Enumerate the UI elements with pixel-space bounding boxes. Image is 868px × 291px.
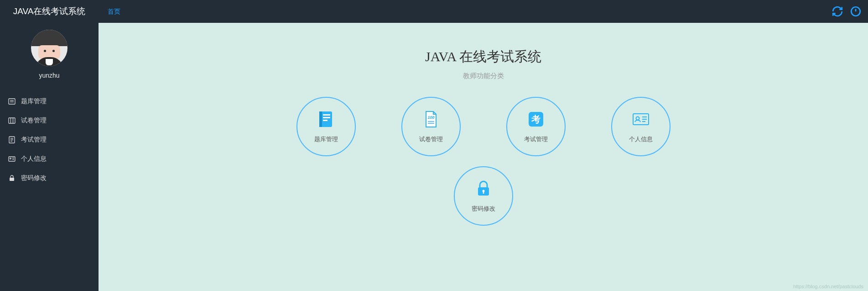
svg-point-28 <box>636 117 639 120</box>
page-title: JAVA 在线考试系统 <box>99 48 868 66</box>
card-question-bank[interactable]: 题库管理 <box>296 97 356 156</box>
svg-rect-16 <box>10 178 14 181</box>
card-label: 个人信息 <box>629 135 653 143</box>
svg-point-13 <box>10 158 11 159</box>
sidebar-item-label: 题库管理 <box>21 97 47 106</box>
svg-rect-2 <box>9 99 15 104</box>
sidebar: yunzhu 题库管理 试卷管理 考试管理 个人信息 密码修改 <box>0 23 99 291</box>
lock-icon <box>8 175 16 182</box>
id-card-icon <box>8 155 16 163</box>
card-label: 试卷管理 <box>419 135 443 143</box>
exam-icon: 考 <box>526 110 546 129</box>
avatar <box>31 30 68 66</box>
sidebar-item-profile[interactable]: 个人信息 <box>0 149 99 169</box>
nav-home-link[interactable]: 首页 <box>108 8 120 15</box>
sidebar-item-label: 考试管理 <box>21 136 47 144</box>
svg-rect-18 <box>319 111 322 127</box>
sidebar-item-label: 试卷管理 <box>21 116 47 125</box>
sidebar-item-question-bank[interactable]: 题库管理 <box>0 92 99 111</box>
card-exam[interactable]: 考 考试管理 <box>506 97 566 156</box>
svg-rect-20 <box>323 117 330 118</box>
card-label: 密码修改 <box>472 205 495 213</box>
main-content: JAVA 在线考试系统 教师功能分类 题库管理 100 <box>99 23 868 291</box>
sidebar-item-label: 密码修改 <box>21 174 47 182</box>
book-icon <box>317 110 336 129</box>
svg-rect-19 <box>323 114 330 116</box>
svg-rect-5 <box>9 118 15 123</box>
card-profile[interactable]: 个人信息 <box>611 97 670 156</box>
svg-rect-12 <box>9 157 15 161</box>
watermark: https://blog.csdn.net/pastclouds <box>793 284 863 289</box>
svg-rect-21 <box>323 120 327 121</box>
document-icon <box>8 136 16 143</box>
page-subtitle: 教师功能分类 <box>99 72 868 80</box>
list-icon <box>8 98 16 105</box>
sidebar-item-exam[interactable]: 考试管理 <box>0 130 99 149</box>
power-icon[interactable] <box>850 5 862 17</box>
sidebar-item-label: 个人信息 <box>21 155 47 163</box>
profile-card-icon <box>631 110 650 129</box>
sidebar-item-paper[interactable]: 试卷管理 <box>0 111 99 130</box>
svg-rect-34 <box>483 191 484 194</box>
card-paper[interactable]: 100 试卷管理 <box>401 97 461 156</box>
feature-row-2: 密码修改 <box>99 166 868 226</box>
app-title: JAVA在线考试系统 <box>0 5 99 17</box>
feature-row-1: 题库管理 100 试卷管理 考 考试管理 <box>99 97 868 156</box>
sidebar-menu: 题库管理 试卷管理 考试管理 个人信息 密码修改 <box>0 92 99 188</box>
username: yunzhu <box>0 72 99 79</box>
grid-icon <box>8 117 16 124</box>
sidebar-item-password[interactable]: 密码修改 <box>0 169 99 188</box>
card-label: 考试管理 <box>524 135 548 143</box>
header: JAVA在线考试系统 首页 <box>0 0 868 23</box>
refresh-icon[interactable] <box>832 5 843 17</box>
header-actions <box>832 5 862 17</box>
svg-text:考: 考 <box>531 114 541 124</box>
paper-icon: 100 <box>421 110 441 129</box>
user-profile: yunzhu <box>0 27 99 84</box>
card-password[interactable]: 密码修改 <box>454 166 513 226</box>
card-label: 题库管理 <box>314 135 338 143</box>
svg-text:100: 100 <box>427 115 434 120</box>
header-nav: 首页 <box>99 7 120 16</box>
padlock-icon <box>474 179 493 198</box>
